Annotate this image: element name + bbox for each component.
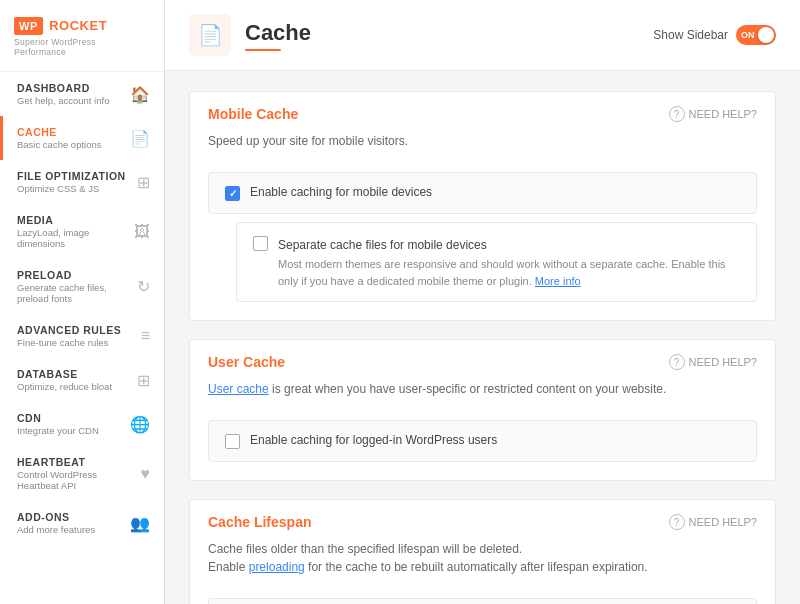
- sidebar-item-preload[interactable]: PRELOAD Generate cache files, preload fo…: [0, 259, 164, 314]
- cache-lifespan-title: Cache Lifespan: [208, 514, 311, 530]
- user-cache-subtitle-suffix: is great when you have user-specific or …: [272, 382, 666, 396]
- user-cache-body: Enable caching for logged-in WordPress u…: [190, 410, 775, 480]
- sidebar-item-cache[interactable]: CACHE Basic cache options 📄: [0, 116, 164, 160]
- toggle-knob: [758, 27, 774, 43]
- user-cache-need-help[interactable]: ? NEED HELP?: [669, 354, 757, 370]
- sidebar-item-file-optimization-sub: Optimize CSS & JS: [17, 183, 131, 194]
- cache-lifespan-section: Cache Lifespan ? NEED HELP? Cache files …: [189, 499, 776, 604]
- sidebar: WP ROCKET Superior WordPress Performance…: [0, 0, 165, 604]
- mobile-cache-need-help-label: NEED HELP?: [689, 108, 757, 120]
- logged-in-cache-row: Enable caching for logged-in WordPress u…: [208, 420, 757, 462]
- sidebar-item-cache-sub: Basic cache options: [17, 139, 124, 150]
- more-info-link[interactable]: More info: [535, 275, 581, 287]
- cache-lifespan-header: Cache Lifespan ? NEED HELP?: [190, 500, 775, 542]
- user-cache-subtitle: User cache is great when you have user-s…: [190, 382, 775, 410]
- database-icon: ⊞: [137, 371, 150, 390]
- sidebar-item-media[interactable]: MEDIA LazyLoad, image dimensions 🖼: [0, 204, 164, 259]
- sidebar-item-preload-sub: Generate cache files, preload fonts: [17, 282, 131, 304]
- main-header: 📄 Cache Show Sidebar ON: [165, 0, 800, 71]
- media-icon: 🖼: [134, 223, 150, 241]
- enable-mobile-caching-row: Enable caching for mobile devices: [208, 172, 757, 214]
- separate-mobile-cache-label: Separate cache files for mobile devices: [278, 238, 487, 252]
- cache-lifespan-need-help-icon: ?: [669, 514, 685, 530]
- page-icon: 📄: [189, 14, 231, 56]
- cache-lifespan-subtitle2: Enable preloading for the cache to be re…: [208, 560, 757, 574]
- sidebar-item-media-title: MEDIA: [17, 214, 128, 226]
- sidebar-item-advanced-rules[interactable]: ADVANCED RULES Fine-tune cache rules ≡: [0, 314, 164, 358]
- sidebar-item-heartbeat-sub: Control WordPress Heartbeat API: [17, 469, 135, 491]
- sidebar-item-database-title: DATABASE: [17, 368, 131, 380]
- logo-rocket: ROCKET: [49, 18, 107, 33]
- logged-in-cache-checkbox[interactable]: [225, 434, 240, 449]
- page-title: Cache: [245, 20, 311, 46]
- sidebar-nav: DASHBOARD Get help, account info 🏠 CACHE…: [0, 72, 164, 604]
- preload-icon: ↻: [137, 277, 150, 296]
- logo-wp: WP: [14, 17, 43, 35]
- main-content: Mobile Cache ? NEED HELP? Speed up your …: [165, 71, 800, 604]
- sidebar-item-database[interactable]: DATABASE Optimize, reduce bloat ⊞: [0, 358, 164, 402]
- add-ons-icon: 👥: [130, 514, 150, 533]
- advanced-rules-icon: ≡: [141, 327, 150, 345]
- user-cache-title: User Cache: [208, 354, 285, 370]
- mobile-cache-body: Enable caching for mobile devices Separa…: [190, 162, 775, 320]
- logo-area: WP ROCKET Superior WordPress Performance: [0, 0, 164, 72]
- separate-mobile-cache-row: Separate cache files for mobile devices …: [236, 222, 757, 302]
- sidebar-item-add-ons[interactable]: ADD-ONS Add more features 👥: [0, 501, 164, 545]
- show-sidebar-area: Show Sidebar ON: [653, 25, 776, 45]
- sidebar-item-add-ons-sub: Add more features: [17, 524, 124, 535]
- lifespan-box: Specify time after which the global cach…: [208, 598, 757, 604]
- mobile-cache-subtitle: Speed up your site for mobile visitors.: [190, 134, 775, 162]
- separate-mobile-cache-desc: Most modern themes are responsive and sh…: [278, 256, 740, 289]
- toggle-on-label: ON: [741, 30, 755, 40]
- mobile-cache-title: Mobile Cache: [208, 106, 298, 122]
- user-cache-need-help-label: NEED HELP?: [689, 356, 757, 368]
- cdn-icon: 🌐: [130, 415, 150, 434]
- show-sidebar-toggle[interactable]: ON: [736, 25, 776, 45]
- sidebar-item-heartbeat[interactable]: HEARTBEAT Control WordPress Heartbeat AP…: [0, 446, 164, 501]
- sidebar-item-advanced-rules-sub: Fine-tune cache rules: [17, 337, 135, 348]
- sidebar-item-heartbeat-title: HEARTBEAT: [17, 456, 135, 468]
- sidebar-item-database-sub: Optimize, reduce bloat: [17, 381, 131, 392]
- logged-in-cache-label: Enable caching for logged-in WordPress u…: [250, 433, 497, 447]
- sidebar-item-cache-title: CACHE: [17, 126, 124, 138]
- file-optimization-icon: ⊞: [137, 173, 150, 192]
- logo-subtitle: Superior WordPress Performance: [14, 37, 150, 57]
- user-cache-header: User Cache ? NEED HELP?: [190, 340, 775, 382]
- show-sidebar-label: Show Sidebar: [653, 28, 728, 42]
- sidebar-item-media-sub: LazyLoad, image dimensions: [17, 227, 128, 249]
- user-cache-need-help-icon: ?: [669, 354, 685, 370]
- cache-lifespan-body: Specify time after which the global cach…: [190, 588, 775, 604]
- heartbeat-icon: ♥: [141, 465, 151, 483]
- dashboard-icon: 🏠: [130, 85, 150, 104]
- mobile-cache-section: Mobile Cache ? NEED HELP? Speed up your …: [189, 91, 776, 321]
- user-cache-link[interactable]: User cache: [208, 382, 269, 396]
- sidebar-item-dashboard-title: DASHBOARD: [17, 82, 124, 94]
- cache-lifespan-need-help[interactable]: ? NEED HELP?: [669, 514, 757, 530]
- preloading-link[interactable]: preloading: [249, 560, 305, 574]
- separate-mobile-cache-checkbox[interactable]: [253, 236, 268, 251]
- sidebar-item-cdn-sub: Integrate your CDN: [17, 425, 124, 436]
- sidebar-item-cdn-title: CDN: [17, 412, 124, 424]
- enable-mobile-caching-checkbox[interactable]: [225, 186, 240, 201]
- cache-lifespan-subtitle: Cache files older than the specified lif…: [190, 542, 775, 588]
- mobile-cache-need-help[interactable]: ? NEED HELP?: [669, 106, 757, 122]
- sidebar-item-add-ons-title: ADD-ONS: [17, 511, 124, 523]
- page-title-area: 📄 Cache: [189, 14, 311, 56]
- sidebar-item-dashboard-sub: Get help, account info: [17, 95, 124, 106]
- sidebar-item-advanced-rules-title: ADVANCED RULES: [17, 324, 135, 336]
- sidebar-item-cdn[interactable]: CDN Integrate your CDN 🌐: [0, 402, 164, 446]
- user-cache-section: User Cache ? NEED HELP? User cache is gr…: [189, 339, 776, 481]
- enable-mobile-caching-label: Enable caching for mobile devices: [250, 185, 432, 199]
- need-help-icon: ?: [669, 106, 685, 122]
- cache-icon: 📄: [130, 129, 150, 148]
- sidebar-item-file-optimization-title: FILE OPTIMIZATION: [17, 170, 131, 182]
- cache-lifespan-need-help-label: NEED HELP?: [689, 516, 757, 528]
- title-underline: [245, 49, 281, 51]
- sidebar-item-file-optimization[interactable]: FILE OPTIMIZATION Optimize CSS & JS ⊞: [0, 160, 164, 204]
- sidebar-item-preload-title: PRELOAD: [17, 269, 131, 281]
- sidebar-item-dashboard[interactable]: DASHBOARD Get help, account info 🏠: [0, 72, 164, 116]
- main-area: 📄 Cache Show Sidebar ON Mobile Cache ? N…: [165, 0, 800, 604]
- mobile-cache-header: Mobile Cache ? NEED HELP?: [190, 92, 775, 134]
- cache-lifespan-subtitle1: Cache files older than the specified lif…: [208, 542, 757, 556]
